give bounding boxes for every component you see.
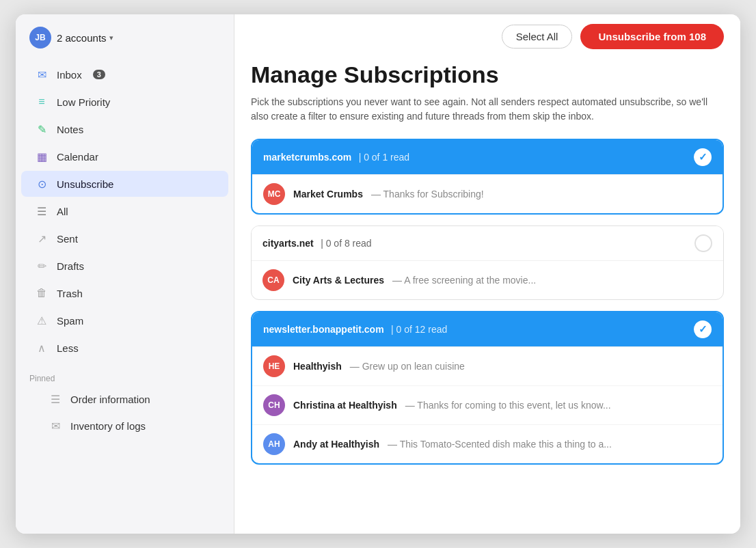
subscription-domain-marketcrumbs: marketcrumbs.com: [263, 152, 351, 163]
sidebar-item-order-information[interactable]: ☰ Order information: [35, 386, 215, 412]
sender-avatar-ah1: AH: [263, 433, 285, 455]
sidebar-item-spam[interactable]: ⚠ Spam: [21, 307, 228, 333]
sidebar-item-label-unsubscribe: Unsubscribe: [57, 178, 113, 190]
subscription-card-cityarts: cityarts.net | 0 of 8 read CA City Arts …: [251, 225, 724, 300]
sender-avatar-he1: HE: [263, 355, 285, 377]
sidebar-item-inbox[interactable]: ✉ Inbox 3: [21, 61, 228, 87]
sender-avatar-mc1: MC: [263, 183, 285, 205]
sidebar-item-label-inventory-of-logs: Inventory of logs: [70, 420, 146, 432]
sidebar-item-trash[interactable]: 🗑 Trash: [21, 280, 228, 306]
sidebar-item-drafts[interactable]: ✏ Drafts: [21, 253, 228, 279]
unsubscribe-icon: ⊙: [35, 177, 49, 191]
sidebar-nav: ✉ Inbox 3 ≡ Low Priority ✎ Notes ▦ Calen…: [16, 58, 234, 361]
sender-name-ca1: City Arts & Lectures: [293, 275, 384, 286]
main-panel: Select All Unsubscribe from 108 Manage S…: [234, 14, 740, 534]
sidebar-item-label-less: Less: [57, 342, 79, 354]
less-icon: ∧: [35, 341, 49, 355]
subscription-check-marketcrumbs[interactable]: ✓: [694, 148, 712, 166]
sidebar-item-label-drafts: Drafts: [57, 260, 84, 272]
email-row-he1[interactable]: HE Healthyish — Grew up on lean cuisine: [252, 347, 723, 386]
email-row-mc1[interactable]: MC Market Crumbs — Thanks for Subscribin…: [252, 175, 723, 213]
email-row-ch1[interactable]: CH Christina at Healthyish — Thanks for …: [252, 386, 723, 425]
badge-inbox: 3: [93, 70, 105, 79]
app-window: JB 2 accounts ▾ ✉ Inbox 3 ≡ Low Priority…: [16, 14, 740, 534]
subscription-domain-read-cityarts: cityarts.net | 0 of 8 read: [262, 237, 372, 249]
email-row-ah1[interactable]: AH Andy at Healthyish — This Tomato-Scen…: [252, 425, 723, 463]
subscription-domain-read-marketcrumbs: marketcrumbs.com | 0 of 1 read: [263, 151, 409, 163]
all-icon: ☰: [35, 204, 49, 218]
sidebar-item-less[interactable]: ∧ Less: [21, 335, 228, 361]
main-toolbar: Select All Unsubscribe from 108: [234, 14, 740, 56]
sender-name-he1: Healthyish: [293, 361, 342, 372]
subscription-check-cityarts[interactable]: [694, 234, 712, 252]
email-preview-ca1: — A free screening at the movie...: [392, 275, 536, 286]
sidebar-item-all[interactable]: ☰ All: [21, 198, 228, 224]
select-all-button[interactable]: Select All: [502, 25, 573, 49]
sidebar-item-label-spam: Spam: [57, 315, 83, 327]
sent-icon: ↗: [35, 232, 49, 245]
sidebar-item-label-notes: Notes: [57, 124, 83, 135]
spam-icon: ⚠: [35, 314, 49, 327]
subscription-header-marketcrumbs: marketcrumbs.com | 0 of 1 read ✓: [252, 140, 723, 174]
subscription-read-cityarts: | 0 of 8 read: [321, 238, 371, 249]
sidebar-item-label-all: All: [57, 206, 68, 217]
accounts-button[interactable]: 2 accounts ▾: [57, 32, 113, 44]
subscription-read-bonappetit: | 0 of 12 read: [391, 324, 447, 335]
sidebar-item-unsubscribe[interactable]: ⊙ Unsubscribe: [21, 171, 228, 197]
sidebar-item-label-order-information: Order information: [70, 394, 150, 405]
subscription-domain-read-bonappetit: newsletter.bonappetit.com | 0 of 12 read: [263, 323, 447, 335]
email-preview-mc1: — Thanks for Subscribing!: [371, 189, 484, 200]
pinned-section: Pinned ☰ Order information ✉ Inventory o…: [16, 361, 234, 442]
sidebar-item-label-trash: Trash: [57, 288, 83, 299]
sender-name-ch1: Christina at Healthyish: [293, 400, 397, 411]
subscription-body-bonappetit: HE Healthyish — Grew up on lean cuisine …: [252, 346, 723, 463]
drafts-icon: ✏: [35, 259, 49, 273]
subscriptions-list: marketcrumbs.com | 0 of 1 read ✓ MC Mark…: [251, 139, 724, 465]
sidebar-item-notes[interactable]: ✎ Notes: [21, 116, 228, 142]
subscription-card-marketcrumbs: marketcrumbs.com | 0 of 1 read ✓ MC Mark…: [251, 139, 724, 215]
sidebar-item-label-inbox: Inbox: [57, 69, 82, 81]
unsubscribe-button[interactable]: Unsubscribe from 108: [580, 24, 724, 49]
low-priority-icon: ≡: [35, 95, 49, 109]
subscription-body-marketcrumbs: MC Market Crumbs — Thanks for Subscribin…: [252, 174, 723, 213]
sidebar-item-low-priority[interactable]: ≡ Low Priority: [21, 89, 228, 115]
accounts-label-text: 2 accounts: [57, 32, 107, 44]
avatar: JB: [29, 27, 51, 49]
subscription-body-cityarts: CA City Arts & Lectures — A free screeni…: [252, 260, 723, 299]
subscription-card-bonappetit: newsletter.bonappetit.com | 0 of 12 read…: [251, 311, 724, 465]
sender-avatar-ch1: CH: [263, 394, 285, 416]
sidebar-item-calendar[interactable]: ▦ Calendar: [21, 143, 228, 169]
sidebar-item-label-low-priority: Low Priority: [57, 96, 110, 108]
page-title: Manage Subscriptions: [251, 61, 724, 88]
main-content: Manage Subscriptions Pick the subscripti…: [234, 56, 740, 534]
sidebar-item-label-calendar: Calendar: [57, 151, 98, 163]
sidebar: JB 2 accounts ▾ ✉ Inbox 3 ≡ Low Priority…: [16, 14, 234, 534]
subscription-read-marketcrumbs: | 0 of 1 read: [359, 152, 409, 163]
sidebar-header: JB 2 accounts ▾: [16, 14, 234, 58]
check-mark-marketcrumbs: ✓: [699, 151, 707, 163]
email-row-ca1[interactable]: CA City Arts & Lectures — A free screeni…: [252, 261, 723, 299]
page-description: Pick the subscriptions you never want to…: [251, 95, 716, 124]
sidebar-item-inventory-of-logs[interactable]: ✉ Inventory of logs: [35, 413, 215, 439]
check-mark-bonappetit: ✓: [699, 323, 707, 335]
calendar-icon: ▦: [35, 150, 49, 163]
inbox-icon: ✉: [35, 68, 49, 81]
sidebar-item-label-sent: Sent: [57, 233, 78, 245]
pinned-label: Pinned: [29, 374, 220, 383]
subscription-header-cityarts: cityarts.net | 0 of 8 read: [252, 226, 723, 260]
chevron-down-icon: ▾: [109, 33, 113, 42]
trash-icon: 🗑: [35, 286, 49, 300]
sidebar-item-sent[interactable]: ↗ Sent: [21, 225, 228, 251]
subscription-header-bonappetit: newsletter.bonappetit.com | 0 of 12 read…: [252, 312, 723, 346]
email-preview-ch1: — Thanks for coming to this event, let u…: [405, 400, 611, 411]
notes-icon: ✎: [35, 122, 49, 136]
subscription-domain-cityarts: cityarts.net: [262, 238, 314, 249]
subscription-domain-bonappetit: newsletter.bonappetit.com: [263, 324, 384, 335]
sender-name-ah1: Andy at Healthyish: [293, 439, 379, 450]
sender-name-mc1: Market Crumbs: [293, 189, 363, 200]
order-information-icon: ☰: [49, 392, 62, 406]
subscription-check-bonappetit[interactable]: ✓: [694, 320, 712, 338]
inventory-of-logs-icon: ✉: [49, 419, 62, 433]
email-preview-he1: — Grew up on lean cuisine: [350, 361, 465, 372]
sender-avatar-ca1: CA: [262, 269, 284, 291]
